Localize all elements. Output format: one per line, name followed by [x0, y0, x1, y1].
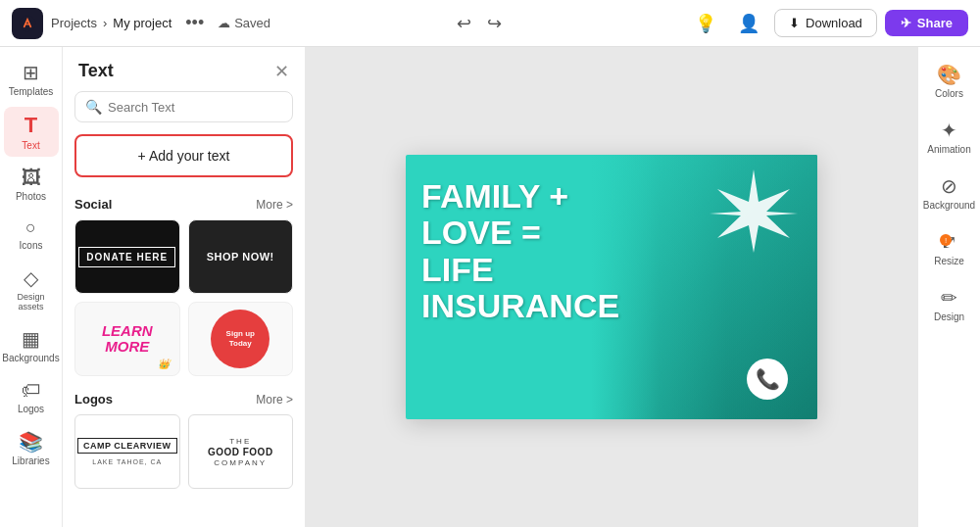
search-input[interactable] — [108, 100, 282, 115]
cloud-icon: ☁ — [218, 16, 230, 30]
goodfood-inner: THE GOOD FOOD COMPANY — [208, 437, 273, 467]
learn-text: LEARNMORE — [102, 323, 153, 356]
more-options-button[interactable]: ••• — [179, 11, 210, 35]
share-label: Share — [917, 16, 953, 30]
sidebar-item-libraries[interactable]: 📚 Libraries — [4, 424, 59, 472]
right-item-resize[interactable]: ⤢ ! Resize — [922, 222, 977, 274]
star-burst-decoration — [710, 165, 798, 257]
saved-label: Saved — [234, 16, 270, 30]
save-status: ☁ Saved — [218, 16, 270, 30]
close-panel-button[interactable]: ✕ — [274, 63, 289, 80]
photos-icon: 🖼 — [22, 167, 41, 189]
sidebar-item-backgrounds[interactable]: ▦ Backgrounds — [4, 321, 59, 369]
sidebar-item-photos[interactable]: 🖼 Photos — [4, 161, 59, 208]
social-card-learn[interactable]: LEARNMORE 👑 — [74, 302, 180, 376]
canvas-area[interactable]: FAMILY + LOVE = LIFE INSURANCE 📞 — [306, 47, 917, 527]
search-box: 🔍 — [74, 91, 293, 122]
logo-card-camp[interactable]: CAMP CLEARVIEW LAKE TAHOE, CA — [74, 414, 180, 489]
social-card-signup[interactable]: Sign upToday — [188, 302, 294, 376]
app-logo[interactable] — [12, 8, 43, 39]
avatar-button[interactable]: 👤 — [731, 6, 766, 41]
right-sidebar: 🎨 Colors ✦ Animation ⊘ Background ⤢ ! Re… — [917, 47, 980, 527]
share-button[interactable]: ✈ Share — [885, 10, 968, 36]
sidebar-item-label: Logos — [18, 404, 44, 414]
social-section-title: Social — [74, 197, 112, 212]
canvas-content: FAMILY + LOVE = LIFE INSURANCE 📞 — [406, 155, 817, 419]
social-card-donate[interactable]: DONATE HERE — [74, 219, 180, 294]
background-icon: ⊘ — [941, 174, 957, 198]
shop-text: SHOP NOW! — [207, 251, 274, 263]
sidebar-item-templates[interactable]: ⊞ Templates — [4, 55, 59, 103]
breadcrumb-separator: › — [103, 16, 107, 30]
libraries-icon: 📚 — [19, 430, 43, 454]
canvas-line1: FAMILY + — [421, 178, 619, 215]
undo-redo-group: ↩ ↪ — [451, 9, 508, 38]
download-button[interactable]: ⬇ Download — [774, 9, 877, 37]
text-panel: Text ✕ 🔍 + Add your text Social More > D… — [63, 47, 306, 527]
right-item-label: Colors — [935, 88, 963, 99]
animation-icon: ✦ — [941, 119, 957, 142]
projects-link[interactable]: Projects — [51, 16, 97, 30]
sidebar-item-label: Icons — [20, 240, 43, 251]
gf-main: GOOD FOOD — [208, 447, 273, 457]
logo-card-grid: CAMP CLEARVIEW LAKE TAHOE, CA THE GOOD F… — [74, 414, 293, 489]
undo-button[interactable]: ↩ — [451, 9, 477, 38]
camp-sub: LAKE TAHOE, CA — [92, 458, 162, 465]
social-section-header: Social More > — [74, 197, 293, 212]
sidebar-item-label: Libraries — [12, 455, 49, 466]
icons-icon: ○ — [25, 217, 36, 238]
sidebar-item-label: Text — [22, 140, 39, 151]
text-panel-header: Text ✕ — [63, 47, 305, 91]
canvas-text: FAMILY + LOVE = LIFE INSURANCE — [406, 155, 619, 325]
sidebar-item-design-assets[interactable]: ◇ Design assets — [4, 261, 59, 317]
left-sidebar: ⊞ Templates T Text 🖼 Photos ○ Icons ◇ De… — [0, 47, 63, 527]
logo-card-goodfood[interactable]: THE GOOD FOOD COMPANY — [188, 414, 294, 489]
breadcrumb: Projects › My project — [51, 16, 172, 30]
gf-the: THE — [229, 437, 251, 446]
gf-company: COMPANY — [214, 458, 267, 467]
panel-scroll: Social More > DONATE HERE SHOP NOW! LEAR… — [63, 193, 305, 527]
design-icon: ✏ — [941, 286, 957, 310]
camp-title: CAMP CLEARVIEW — [77, 438, 177, 454]
logos-more-link[interactable]: More > — [256, 393, 293, 407]
right-item-label: Animation — [927, 144, 970, 155]
right-item-background[interactable]: ⊘ Background — [922, 167, 977, 218]
text-icon: T — [24, 113, 37, 138]
camp-inner: CAMP CLEARVIEW LAKE TAHOE, CA — [77, 438, 177, 465]
right-item-design[interactable]: ✏ Design — [922, 278, 977, 330]
text-panel-title: Text — [78, 61, 114, 81]
search-icon: 🔍 — [85, 99, 102, 115]
design-assets-icon: ◇ — [24, 266, 38, 290]
phone-icon: 📞 — [756, 367, 780, 391]
canvas-line3: LIFE — [421, 252, 619, 288]
add-text-button[interactable]: + Add your text — [74, 134, 293, 177]
right-item-animation[interactable]: ✦ Animation — [922, 111, 977, 163]
ideas-button[interactable]: 💡 — [688, 6, 723, 41]
phone-circle: 📞 — [747, 359, 788, 400]
sidebar-item-logos[interactable]: 🏷 Logos — [4, 373, 59, 420]
topbar: Projects › My project ••• ☁ Saved ↩ ↪ 💡 … — [0, 0, 980, 47]
sidebar-item-text[interactable]: T Text — [4, 107, 59, 157]
topbar-center: ↩ ↪ — [278, 9, 680, 38]
sidebar-item-label: Design assets — [8, 292, 55, 311]
canvas-line4: INSURANCE — [421, 288, 619, 324]
right-item-label: Background — [923, 200, 975, 211]
social-card-shop[interactable]: SHOP NOW! — [188, 219, 294, 294]
logos-section-header: Logos More > — [74, 392, 293, 407]
download-label: Download — [806, 16, 862, 30]
donate-text: DONATE HERE — [78, 247, 175, 267]
logos-icon: 🏷 — [22, 379, 41, 402]
redo-button[interactable]: ↪ — [481, 9, 508, 38]
current-project: My project — [113, 16, 172, 30]
sidebar-item-icons[interactable]: ○ Icons — [4, 212, 59, 257]
share-icon: ✈ — [901, 16, 911, 30]
social-more-link[interactable]: More > — [256, 198, 293, 212]
right-item-colors[interactable]: 🎨 Colors — [922, 55, 977, 107]
templates-icon: ⊞ — [23, 61, 39, 84]
topbar-right: 💡 👤 ⬇ Download ✈ Share — [688, 6, 968, 41]
right-item-label: Design — [934, 311, 964, 322]
sidebar-item-label: Backgrounds — [2, 353, 59, 363]
signup-text: Sign upToday — [226, 329, 255, 348]
sidebar-item-label: Templates — [9, 86, 54, 97]
resize-badge: ! — [940, 234, 952, 246]
